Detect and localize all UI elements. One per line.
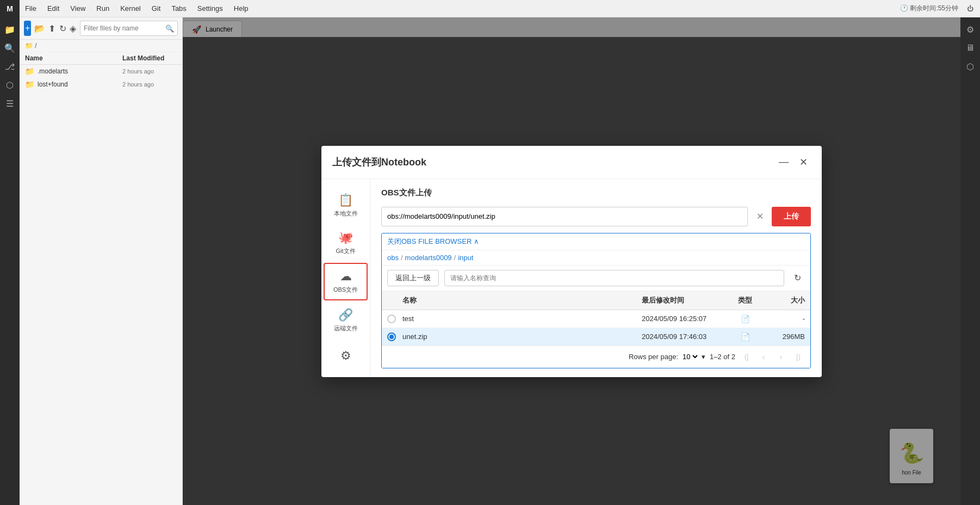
breadcrumb-input[interactable]: input xyxy=(458,254,473,262)
minimize-button[interactable]: — xyxy=(776,155,791,170)
file-browser-section: 关闭OBS FILE BROWSER ∧ obs / modelarts0009… xyxy=(381,233,811,368)
rows-per-page-select[interactable]: 10 20 50 xyxy=(680,352,699,361)
menu-help[interactable]: Help xyxy=(228,0,254,17)
menu-bar: M File Edit View Run Kernel Git Tabs Set… xyxy=(0,0,980,17)
nav-local-file[interactable]: 📋 本地文件 xyxy=(324,188,368,223)
breadcrumb-obs[interactable]: obs xyxy=(387,254,399,262)
table-header: 名称 最后修改时间 类型 大小 xyxy=(382,291,810,310)
icon-table[interactable]: ☰ xyxy=(2,96,17,111)
nav-local-label: 本地文件 xyxy=(334,210,358,218)
prev-page-button[interactable]: ‹ xyxy=(757,350,770,364)
nav-obs-file[interactable]: ☁ OBS文件 xyxy=(324,263,368,300)
file-name-test: test xyxy=(402,315,642,323)
col-header-name: Name xyxy=(25,54,122,62)
table-row[interactable]: test 2024/05/09 16:25:07 📄 - xyxy=(382,310,810,328)
file-modified: 2 hours ago xyxy=(122,68,177,75)
menu-kernel[interactable]: Kernel xyxy=(115,0,146,17)
right-icon-screen[interactable]: 🖥 xyxy=(963,40,978,56)
nav-remote-file[interactable]: 🔗 远端文件 xyxy=(324,303,368,338)
modal-overlay: 上传文件到Notebook — ✕ 📋 本地文件 🐙 Git文件 xyxy=(183,17,960,505)
close-button[interactable]: ✕ xyxy=(796,155,811,170)
col-header-type: 类型 xyxy=(729,295,761,305)
file-table: 名称 最后修改时间 类型 大小 t xyxy=(382,291,810,346)
menu-view[interactable]: View xyxy=(65,0,91,17)
obs-file-icon: ☁ xyxy=(340,269,352,284)
file-icon-test: 📄 xyxy=(741,315,750,323)
obs-path-input[interactable] xyxy=(381,207,748,226)
icon-folder[interactable]: 📁 xyxy=(2,22,17,37)
list-item[interactable]: 📁 .modelarts 2 hours ago xyxy=(20,65,182,78)
icon-search[interactable]: 🔍 xyxy=(2,40,17,56)
git-file-icon: 🐙 xyxy=(338,231,353,245)
table-row[interactable]: unet.zip 2024/05/09 17:46:03 📄 296MB xyxy=(382,328,810,346)
file-modified-test: 2024/05/09 16:25:07 xyxy=(642,315,729,323)
nav-bottom: ⚙ xyxy=(321,343,370,377)
col-header-modified: 最后修改时间 xyxy=(642,295,729,305)
upload-button[interactable]: ⬆ xyxy=(48,21,55,36)
content-area: 🚀 Launcher 🐍 hon File 上传文件到Notebook — ✕ xyxy=(183,17,960,505)
refresh-button[interactable]: ↻ xyxy=(59,21,66,36)
list-item[interactable]: 📁 lost+found 2 hours ago xyxy=(20,78,182,91)
menu-items: File Edit View Run Kernel Git Tabs Setti… xyxy=(20,0,254,17)
col-header-radio xyxy=(387,295,402,305)
back-button[interactable]: 返回上一级 xyxy=(387,270,439,286)
menu-tabs[interactable]: Tabs xyxy=(166,0,191,17)
nav-obs-label: OBS文件 xyxy=(333,286,358,294)
dropdown-chevron-icon: ▾ xyxy=(702,353,705,361)
file-modified-unetzip: 2024/05/09 17:46:03 xyxy=(642,332,729,341)
page-info: 1–2 of 2 xyxy=(710,353,735,361)
breadcrumb-modelarts[interactable]: modelarts0009 xyxy=(405,254,452,262)
pagination: Rows per page: 10 20 50 ▾ 1–2 of 2 xyxy=(382,346,810,368)
modal-nav: 📋 本地文件 🐙 Git文件 ☁ OBS文件 🔗 xyxy=(321,179,370,377)
menu-edit[interactable]: Edit xyxy=(42,0,65,17)
col-header-size: 大小 xyxy=(761,295,805,305)
app-logo: M xyxy=(0,0,20,17)
right-icon-settings[interactable]: ⚙ xyxy=(963,22,978,37)
icon-extension[interactable]: ⬡ xyxy=(2,77,17,93)
menu-run[interactable]: Run xyxy=(91,0,115,17)
power-icon[interactable]: ⏻ xyxy=(967,5,973,13)
chevron-up-icon: ∧ xyxy=(474,237,479,245)
col-header-modified: Last Modified xyxy=(122,54,177,62)
sidebar-table-header: Name Last Modified xyxy=(20,52,182,65)
menu-file[interactable]: File xyxy=(20,0,42,17)
file-icon-unetzip: 📄 xyxy=(741,332,750,341)
search-box[interactable]: 🔍 xyxy=(80,21,178,36)
local-file-icon: 📋 xyxy=(338,193,353,207)
menu-settings[interactable]: Settings xyxy=(192,0,228,17)
search-name-input[interactable] xyxy=(444,270,784,286)
nav-git-file[interactable]: 🐙 Git文件 xyxy=(324,225,368,261)
settings-icon: ⚙ xyxy=(340,349,351,363)
refresh-files-button[interactable]: ↻ xyxy=(790,270,805,286)
file-browser-header: 关闭OBS FILE BROWSER ∧ xyxy=(382,233,810,250)
right-icon-puzzle[interactable]: ⬡ xyxy=(963,59,978,74)
upload-modal: 上传文件到Notebook — ✕ 📋 本地文件 🐙 Git文件 xyxy=(321,146,822,377)
last-page-button[interactable]: |⟩ xyxy=(792,350,805,364)
breadcrumb: obs / modelarts0009 / input xyxy=(382,250,810,266)
nav-remote-label: 远端文件 xyxy=(334,324,358,332)
rows-per-page: Rows per page: 10 20 50 ▾ xyxy=(629,352,705,361)
search-input[interactable] xyxy=(84,24,165,32)
close-obs-browser-button[interactable]: 关闭OBS FILE BROWSER ∧ xyxy=(387,237,479,247)
obs-path-row: ✕ 上传 xyxy=(381,207,811,226)
close-obs-label: 关闭OBS FILE BROWSER xyxy=(387,237,472,247)
modal-header: 上传文件到Notebook — ✕ xyxy=(321,146,822,179)
next-page-button[interactable]: › xyxy=(774,350,787,364)
search-icon: 🔍 xyxy=(165,24,174,33)
filter-button[interactable]: ◈ xyxy=(70,21,77,36)
menu-git[interactable]: Git xyxy=(146,0,166,17)
first-page-button[interactable]: ⟨| xyxy=(740,350,753,364)
radio-unetzip[interactable] xyxy=(387,332,396,341)
menu-bar-right: 🕐 剩余时间:55分钟 ⏻ xyxy=(900,4,980,13)
file-name-unetzip: unet.zip xyxy=(402,332,642,341)
clear-path-button[interactable]: ✕ xyxy=(752,209,767,224)
radio-test[interactable] xyxy=(387,315,396,323)
open-folder-button[interactable]: 📂 xyxy=(34,21,45,36)
new-file-button[interactable]: + xyxy=(24,21,31,36)
icon-git[interactable]: ⎇ xyxy=(2,59,17,74)
breadcrumb-sep1: / xyxy=(401,254,403,262)
sidebar-toolbar: + 📂 ⬆ ↻ ◈ 🔍 xyxy=(20,17,182,40)
upload-confirm-button[interactable]: 上传 xyxy=(772,207,811,226)
remote-file-icon: 🔗 xyxy=(338,308,353,322)
nav-settings[interactable]: ⚙ xyxy=(324,343,368,368)
